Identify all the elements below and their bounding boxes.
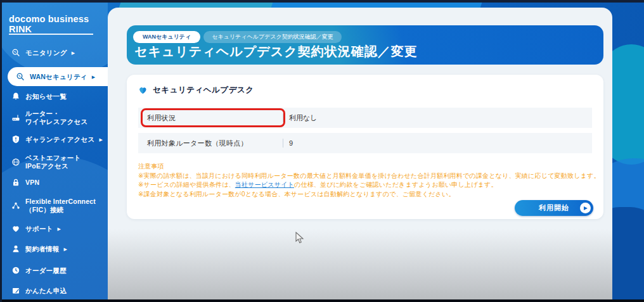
magnifier-icon	[16, 72, 25, 81]
sidebar-item-contractor-info[interactable]: 契約者情報 ▶	[11, 244, 108, 253]
sidebar-item-label: ベストエフォート IPoEアクセス	[25, 154, 80, 170]
document-edit-icon	[11, 286, 20, 295]
sidebar-item-fic-connection[interactable]: Flexible InterConnect （FIC）接続	[11, 198, 108, 214]
sidebar-item-label: オーダー履歴	[25, 267, 67, 275]
sidebar-item-wan-security[interactable]: WANセキュリティ ▶	[8, 67, 108, 86]
left-border	[0, 0, 2, 302]
note-text: の仕様、並びに約款をご確認いただきますようお願い申し上げます。	[294, 181, 498, 188]
sidebar-item-order-history[interactable]: オーダー履歴	[11, 266, 108, 275]
bell-icon	[11, 92, 20, 101]
section-title: セキュリティヘルプデスク	[153, 85, 254, 96]
bottom-border	[0, 299, 644, 302]
sidebar-item-label: サポート	[25, 225, 53, 233]
page-header-banner: WANセキュリティ セキュリティヘルプデスク契約状況確認／変更 セキュリティヘル…	[127, 25, 603, 65]
chevron-right-icon: ▶	[92, 75, 95, 79]
sidebar-item-label: ルーター・ ワイヤレスアクセス	[25, 110, 88, 126]
network-icon	[11, 201, 20, 210]
note-line-service-site: ※サービスの詳細や提供条件は、当社サービスサイトの仕様、並びに約款をご確認いただ…	[138, 180, 600, 190]
page-title: セキュリティヘルプデスク契約状況確認／変更	[134, 43, 418, 60]
sidebar-item-label: WANセキュリティ	[30, 73, 87, 81]
mouse-cursor	[295, 232, 304, 244]
lock-icon	[11, 178, 20, 187]
person-icon	[11, 244, 20, 253]
router-icon	[11, 113, 20, 122]
sidebar-item-support[interactable]: サポート ▶	[11, 224, 108, 233]
row-label: 利用状況	[147, 113, 283, 123]
chevron-right-icon: ▶	[64, 247, 67, 251]
sidebar-item-router-wireless[interactable]: ルーター・ ワイヤレスアクセス	[11, 110, 108, 126]
circle-arrow-icon	[580, 203, 591, 213]
sidebar-item-vpn[interactable]: VPN	[11, 178, 108, 187]
row-divider	[283, 113, 283, 122]
start-usage-button[interactable]: 利用開始	[515, 200, 593, 216]
note-text: ※サービスの詳細や提供条件は、	[138, 181, 235, 188]
sidebar-item-easy-apply[interactable]: かんたん申込	[11, 286, 108, 295]
note-line-auto-cancel: ※課金対象となる利用ルーター数が0となる場合、本サービスは自動解約となりますので…	[138, 190, 600, 199]
sidebar-item-label: かんたん申込	[25, 287, 67, 295]
sidebar-item-label: モニタリング	[25, 49, 67, 57]
sidebar-item-news[interactable]: お知らせ一覧	[11, 92, 108, 101]
clock-icon	[11, 266, 20, 275]
row-divider	[283, 139, 283, 148]
sidebar-item-best-effort-ipoe[interactable]: ベストエフォート IPoEアクセス	[11, 154, 108, 170]
notes-heading: 注意事項	[138, 162, 600, 172]
sidebar-item-label: ギャランティアクセス	[25, 135, 94, 144]
heart-hands-icon	[138, 85, 148, 95]
breadcrumb-item-wan-security[interactable]: WANセキュリティ	[133, 31, 200, 43]
notes-section: 注意事項 ※実際の請求額は、当該月における同時利用ルーター数の最大値と月額料金単…	[138, 162, 600, 199]
note-line-billing: ※実際の請求額は、当該月における同時利用ルーター数の最大値と月額料金単価を掛け合…	[138, 172, 600, 181]
sidebar-nav: モニタリング ▶ WANセキュリティ ▶ お知らせ一覧 ルーター・ ワイヤレスア…	[0, 0, 108, 302]
top-border	[0, 0, 644, 3]
main-content-panel: WANセキュリティ セキュリティヘルプデスク契約状況確認／変更 セキュリティヘル…	[108, 8, 612, 302]
sidebar-item-guarantee-access[interactable]: ギャランティアクセス ▶	[11, 135, 108, 144]
service-site-link[interactable]: 当社サービスサイト	[235, 181, 294, 188]
router-count-row: 利用対象ルーター数（現時点） 9	[138, 133, 592, 153]
row-value: 9	[289, 139, 293, 147]
security-helpdesk-card: セキュリティヘルプデスク 利用状況 利用なし 利用対象ルーター数（現時点） 9 …	[127, 75, 603, 219]
section-header: セキュリティヘルプデスク	[138, 85, 254, 96]
magnifier-icon	[11, 48, 20, 57]
breadcrumb: WANセキュリティ セキュリティヘルプデスク契約状況確認／変更	[133, 31, 342, 43]
row-value: 利用なし	[289, 113, 318, 123]
chevron-right-icon: ▶	[99, 137, 102, 142]
chevron-right-icon: ▶	[58, 227, 61, 231]
sidebar-item-label: お知らせ一覧	[25, 92, 67, 101]
shield-icon	[11, 135, 20, 144]
breadcrumb-item-current-page[interactable]: セキュリティヘルプデスク契約状況確認／変更	[203, 31, 342, 43]
row-label: 利用対象ルーター数（現時点）	[147, 139, 283, 148]
globe-icon	[11, 158, 20, 167]
usage-status-row: 利用状況 利用なし	[138, 108, 592, 128]
sidebar: docomo business RINK モニタリング ▶ WANセキュリティ …	[0, 0, 108, 302]
sidebar-item-label: 契約者情報	[25, 245, 60, 253]
sidebar-item-label: Flexible InterConnect （FIC）接続	[25, 198, 96, 214]
chevron-right-icon: ▶	[72, 51, 75, 55]
start-usage-button-label: 利用開始	[539, 203, 569, 213]
sidebar-item-monitoring[interactable]: モニタリング ▶	[11, 48, 108, 57]
sidebar-item-label: VPN	[25, 179, 39, 187]
heart-icon	[11, 224, 20, 233]
